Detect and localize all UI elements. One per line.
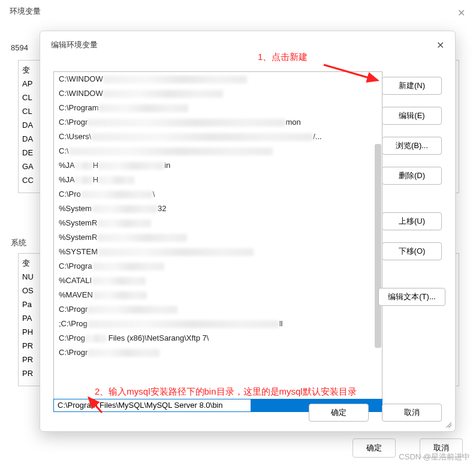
env-vars-title: 环境变量 [0,0,476,23]
edit-env-var-dialog: 编辑环境变量 ✕ C:\WINDOWC:\WINDOWC:\ProgramC:\… [40,31,456,432]
annotation-step1: 1、点击新建 [258,52,308,63]
list-item[interactable]: %SystemR [54,216,382,230]
list-item[interactable]: %SystemR [54,230,382,245]
arrow-icon [321,60,387,90]
annotation-step2: 2、输入mysql安装路径下的bin目录，这里的是mysql默认安装目录 [95,386,357,398]
svg-line-0 [324,65,378,80]
edit-dialog-title: 编辑环境变量 [40,31,455,55]
system-vars-label: 系统 [11,237,26,248]
list-item[interactable]: C:\Program [54,101,382,115]
user-vars-label: 8594 [11,43,28,52]
edit-text-button[interactable]: 编辑文本(T)... [378,288,445,306]
list-item[interactable]: C:\Pro\ [54,187,382,202]
watermark: CSDN @星浩前进中 [399,452,470,462]
path-listbox[interactable]: C:\WINDOWC:\WINDOWC:\ProgramC:\ProgrmonC… [53,71,382,407]
delete-button[interactable]: 删除(D) [382,167,442,185]
svg-line-1 [89,398,102,413]
list-item[interactable]: C:\Progra [54,259,382,273]
arrow-icon [84,395,108,419]
move-up-button[interactable]: 上移(U) [382,212,442,230]
list-item[interactable]: %MAVEN [54,288,382,302]
resize-grip-icon[interactable] [443,419,451,428]
list-item[interactable]: ;C:\Progll [54,317,382,331]
list-item[interactable]: %System32 [54,202,382,216]
list-item[interactable]: C:\Progrmon [54,115,382,130]
ok-button[interactable]: 确定 [309,404,369,422]
bg-ok-button[interactable]: 确定 [353,438,396,458]
list-item[interactable]: %JAH [54,173,382,187]
list-item[interactable]: %CATALI [54,273,382,288]
close-icon[interactable]: ✕ [457,7,465,19]
scrollbar-thumb[interactable] [375,144,381,348]
list-item[interactable]: C:\ [54,144,382,158]
list-item[interactable]: %SYSTEM [54,245,382,259]
close-icon[interactable]: ✕ [436,40,444,51]
browse-button[interactable]: 浏览(B)... [382,137,442,155]
move-down-button[interactable]: 下移(O) [382,242,442,260]
list-item[interactable]: C:\Prog Files (x86)\NetSarang\Xftp 7\ [54,331,382,345]
cancel-button[interactable]: 取消 [382,404,442,422]
path-input[interactable]: C:\Program Files\MySQL\MySQL Server 8.0\… [53,399,251,412]
new-button[interactable]: 新建(N) [382,77,442,95]
list-item[interactable]: C:\Users\/... [54,130,382,144]
list-item[interactable]: C:\Progr [54,345,382,360]
list-item[interactable]: %JAHin [54,158,382,173]
edit-button[interactable]: 编辑(E) [382,107,442,125]
list-item[interactable]: C:\Progr [54,302,382,317]
